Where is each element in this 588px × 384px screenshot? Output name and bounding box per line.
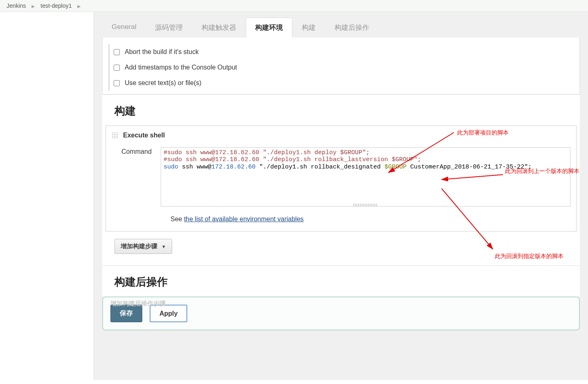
tab-scm[interactable]: 源码管理 [146,18,192,38]
secrets-row[interactable]: Use secret text(s) or file(s) [114,75,579,91]
command-label: Command [112,147,161,155]
config-tabs: General 源码管理 构建触发器 构建环境 构建 构建后操作 [94,12,588,38]
abort-if-stuck-row[interactable]: Abort the build if it's stuck [114,44,579,60]
breadcrumb-root[interactable]: Jenkins [7,2,26,9]
save-button[interactable]: 保存 [110,305,142,322]
tab-build[interactable]: 构建 [292,18,325,38]
sidebar [0,12,94,380]
secrets-label: Use secret text(s) or file(s) [125,79,202,87]
tab-triggers[interactable]: 构建触发器 [192,18,246,38]
breadcrumb-sep: ▶ [77,4,81,9]
tab-build-env[interactable]: 构建环境 [246,18,292,38]
abort-if-stuck-checkbox[interactable] [114,49,120,55]
build-section: 构建 Execute shell Command #sudo ssh www@1… [102,94,580,265]
abort-if-stuck-label: Abort the build if it's stuck [125,48,199,56]
post-build-section: 构建后操作 [102,266,580,296]
execute-shell-title: Execute shell [123,132,165,139]
annotation-rollback-designated: 此为回滚到指定版本的脚本 [495,252,564,260]
bottom-action-bar: 增加构建后操作步骤 保存 Apply [102,296,580,330]
content-area: General 源码管理 构建触发器 构建环境 构建 构建后操作 Abort t… [94,12,588,380]
tab-general[interactable]: General [102,18,146,38]
timestamps-checkbox[interactable] [114,65,120,71]
resize-grip[interactable] [353,204,378,206]
env-vars-link[interactable]: the list of available environment variab… [184,216,304,222]
breadcrumb-sep: ▶ [31,4,35,9]
env-vars-help: See the list of available environment va… [171,216,570,223]
add-build-step-button[interactable]: 增加构建步骤▼ [114,239,172,254]
build-env-panel: Abort the build if it's stuck Add timest… [102,38,580,94]
breadcrumb: Jenkins ▶ test-deploy1 ▶ [0,0,588,12]
timestamps-label: Add timestamps to the Console Output [125,64,237,71]
breadcrumb-item[interactable]: test-deploy1 [40,2,72,9]
secrets-checkbox[interactable] [114,80,120,86]
timestamps-row[interactable]: Add timestamps to the Console Output [114,60,579,75]
caret-down-icon: ▼ [162,244,166,249]
annotation-deploy: 此为部署项目的脚本 [457,129,509,136]
annotation-rollback-last: 此为回滚到上一个版本的脚本 [505,167,583,175]
apply-button[interactable]: Apply [150,305,187,322]
drag-handle-icon[interactable] [112,132,118,139]
tab-post-build[interactable]: 构建后操作 [325,18,379,38]
post-build-heading: 构建后操作 [102,266,580,296]
execute-shell-step: Execute shell Command #sudo ssh www@172.… [105,126,577,231]
build-heading: 构建 [102,95,580,126]
command-textarea[interactable]: #sudo ssh www@172.18.62.60 "./deploy1.sh… [161,147,570,207]
